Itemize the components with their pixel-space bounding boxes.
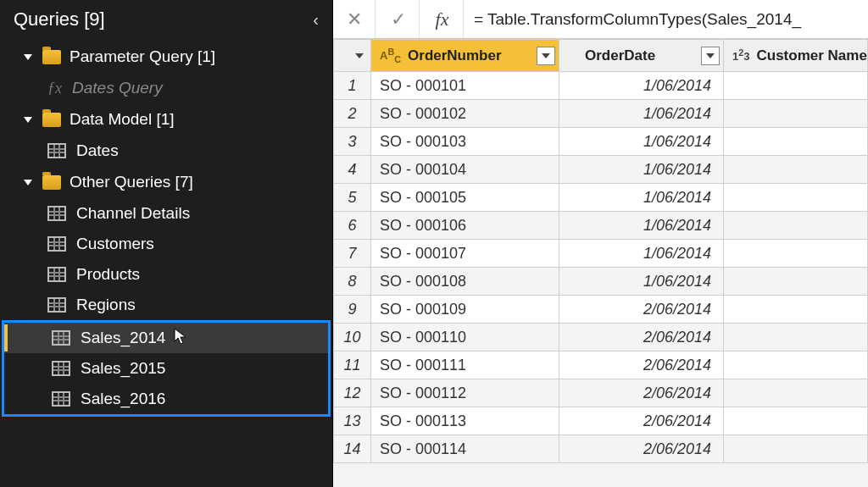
- fx-icon[interactable]: fx: [421, 0, 464, 38]
- cell-orderdate[interactable]: 1/06/2014: [559, 212, 724, 240]
- cell-ordernumber[interactable]: SO - 000111: [371, 351, 559, 379]
- cell-orderdate[interactable]: 1/06/2014: [559, 268, 724, 296]
- cell-orderdate[interactable]: 1/06/2014: [559, 240, 724, 268]
- cell-ordernumber[interactable]: SO - 000106: [371, 212, 559, 240]
- cell-orderdate[interactable]: 2/06/2014: [559, 379, 724, 407]
- query-item-sales-2015[interactable]: Sales_2015: [4, 353, 328, 384]
- cell-ordernumber[interactable]: SO - 000113: [371, 407, 559, 435]
- cell-customername[interactable]: [724, 324, 868, 351]
- query-item-sales-2016[interactable]: Sales_2016: [4, 384, 328, 414]
- query-item-customers[interactable]: Customers: [0, 229, 332, 259]
- cell-ordernumber[interactable]: SO - 000112: [371, 379, 559, 407]
- cell-ordernumber[interactable]: SO - 000110: [371, 324, 559, 351]
- column-header-ordernumber[interactable]: ABC OrderNumber: [371, 40, 559, 72]
- accept-formula-button[interactable]: ✓: [377, 0, 420, 38]
- column-header-orderdate[interactable]: OrderDate: [559, 40, 724, 72]
- cell-ordernumber[interactable]: SO - 000101: [371, 72, 559, 100]
- table-row[interactable]: 14SO - 0001142/06/2014: [334, 435, 868, 463]
- cell-customername[interactable]: [724, 435, 868, 463]
- query-item-products[interactable]: Products: [0, 259, 332, 290]
- cell-orderdate[interactable]: 1/06/2014: [559, 100, 724, 128]
- formula-input[interactable]: = Table.TransformColumnTypes(Sales_2014_: [465, 10, 868, 29]
- row-number[interactable]: 10: [334, 324, 371, 351]
- cell-customername[interactable]: [724, 407, 868, 435]
- table-row[interactable]: 8SO - 0001081/06/2014: [334, 268, 868, 296]
- column-header-customer-name[interactable]: 123 Customer Name: [724, 40, 868, 72]
- cell-customername[interactable]: [724, 351, 868, 379]
- table-row[interactable]: 4SO - 0001041/06/2014: [334, 156, 868, 184]
- column-filter-dropdown[interactable]: [537, 47, 555, 65]
- table-row[interactable]: 9SO - 0001092/06/2014: [334, 296, 868, 324]
- cell-orderdate[interactable]: 2/06/2014: [559, 435, 724, 463]
- group-other-queries[interactable]: Other Queries [7]: [0, 166, 332, 198]
- cell-orderdate[interactable]: 1/06/2014: [559, 156, 724, 184]
- select-all-cell[interactable]: [334, 40, 371, 72]
- row-number[interactable]: 13: [334, 407, 371, 435]
- table-row[interactable]: 5SO - 0001051/06/2014: [334, 184, 868, 212]
- cell-orderdate[interactable]: 1/06/2014: [559, 128, 724, 156]
- table-row[interactable]: 1SO - 0001011/06/2014: [334, 72, 868, 100]
- query-item-channel-details[interactable]: Channel Details: [0, 198, 332, 229]
- cell-ordernumber[interactable]: SO - 000104: [371, 156, 559, 184]
- cell-ordernumber[interactable]: SO - 000103: [371, 128, 559, 156]
- cell-orderdate[interactable]: 2/06/2014: [559, 324, 724, 351]
- table-row[interactable]: 3SO - 0001031/06/2014: [334, 128, 868, 156]
- row-number[interactable]: 14: [334, 435, 371, 463]
- row-number[interactable]: 6: [334, 212, 371, 240]
- cancel-formula-button[interactable]: ✕: [333, 0, 376, 38]
- cell-customername[interactable]: [724, 100, 868, 128]
- dropdown-icon[interactable]: [350, 47, 369, 65]
- row-number[interactable]: 4: [334, 156, 371, 184]
- cell-customername[interactable]: [724, 379, 868, 407]
- table-row[interactable]: 10SO - 0001102/06/2014: [334, 324, 868, 351]
- cell-customername[interactable]: [724, 156, 868, 184]
- group-label: Other Queries [7]: [70, 173, 193, 191]
- group-data-model[interactable]: Data Model [1]: [0, 103, 332, 136]
- column-filter-dropdown[interactable]: [701, 47, 720, 65]
- cell-orderdate[interactable]: 1/06/2014: [559, 72, 724, 100]
- query-item-sales-2014[interactable]: Sales_2014: [4, 323, 328, 353]
- row-number[interactable]: 11: [334, 351, 371, 379]
- cell-customername[interactable]: [724, 296, 868, 324]
- row-number[interactable]: 9: [334, 296, 371, 324]
- query-item-dates[interactable]: Dates: [0, 136, 332, 166]
- row-number[interactable]: 12: [334, 379, 371, 407]
- table-row[interactable]: 12SO - 0001122/06/2014: [334, 379, 868, 407]
- row-number[interactable]: 7: [334, 240, 371, 268]
- highlight-box: Sales_2014 Sales_2015 Sales_2016: [2, 320, 331, 417]
- cell-ordernumber[interactable]: SO - 000107: [371, 240, 559, 268]
- cell-customername[interactable]: [724, 268, 868, 296]
- group-parameter-query[interactable]: Parameter Query [1]: [0, 41, 332, 73]
- cell-customername[interactable]: [724, 128, 868, 156]
- data-grid[interactable]: ABC OrderNumber OrderDate: [333, 39, 868, 487]
- cell-customername[interactable]: [724, 212, 868, 240]
- cell-orderdate[interactable]: 2/06/2014: [559, 407, 724, 435]
- cell-orderdate[interactable]: 2/06/2014: [559, 296, 724, 324]
- cell-orderdate[interactable]: 2/06/2014: [559, 351, 724, 379]
- query-item-dates-query[interactable]: ƒx Dates Query: [0, 73, 332, 103]
- row-number[interactable]: 1: [334, 72, 371, 100]
- sidebar-header: Queries [9] ‹: [0, 3, 332, 41]
- row-number[interactable]: 5: [334, 184, 371, 212]
- table-row[interactable]: 6SO - 0001061/06/2014: [334, 212, 868, 240]
- cell-customername[interactable]: [724, 240, 868, 268]
- cell-ordernumber[interactable]: SO - 000108: [371, 268, 559, 296]
- table-row[interactable]: 11SO - 0001112/06/2014: [334, 351, 868, 379]
- cell-ordernumber[interactable]: SO - 000109: [371, 296, 559, 324]
- table-row[interactable]: 2SO - 0001021/06/2014: [334, 100, 868, 128]
- cell-ordernumber[interactable]: SO - 000114: [371, 435, 559, 463]
- query-item-regions[interactable]: Regions: [0, 290, 332, 320]
- row-number[interactable]: 2: [334, 100, 371, 128]
- cell-ordernumber[interactable]: SO - 000102: [371, 100, 559, 128]
- collapse-sidebar-icon[interactable]: ‹: [313, 10, 319, 30]
- table-row[interactable]: 7SO - 0001071/06/2014: [334, 240, 868, 268]
- column-label: OrderDate: [585, 47, 655, 64]
- cell-orderdate[interactable]: 1/06/2014: [559, 184, 724, 212]
- cell-ordernumber[interactable]: SO - 000105: [371, 184, 559, 212]
- cell-customername[interactable]: [724, 184, 868, 212]
- type-number-icon: 123: [731, 47, 752, 64]
- table-row[interactable]: 13SO - 0001132/06/2014: [334, 407, 868, 435]
- cell-customername[interactable]: [724, 72, 868, 100]
- row-number[interactable]: 8: [334, 268, 371, 296]
- row-number[interactable]: 3: [334, 128, 371, 156]
